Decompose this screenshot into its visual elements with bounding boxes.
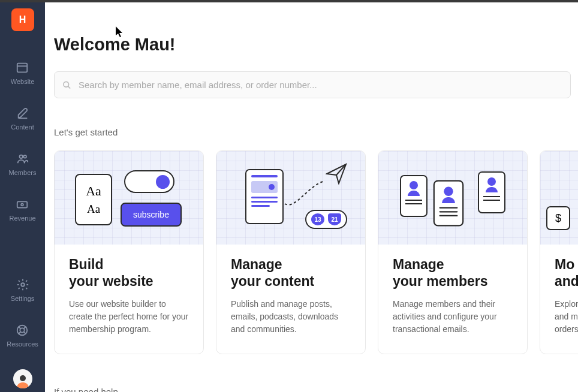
dollar-icon: $	[546, 206, 570, 230]
main-content: Welcome Mau! Let's get started Aa Aa sub…	[45, 2, 578, 392]
card-description: Publish and manage posts, emails, podcas…	[231, 298, 351, 336]
svg-line-10	[19, 327, 21, 329]
card-illustration: $	[540, 151, 578, 245]
onboarding-cards: Aa Aa subscribe Build your website Use o…	[54, 150, 578, 354]
nav-label: Settings	[11, 295, 35, 302]
svg-rect-5	[17, 201, 28, 207]
document-icon	[245, 169, 284, 224]
card-revenue-partial[interactable]: $ Mo and Explor and m orders	[540, 150, 578, 354]
card-manage-content[interactable]: 13 21 Manage your content Publish and ma…	[216, 150, 366, 354]
lifebuoy-icon	[16, 324, 29, 337]
member-card-icon	[478, 171, 505, 213]
get-started-label: Let's get started	[54, 127, 578, 137]
svg-point-3	[19, 155, 23, 159]
nav-members[interactable]: Members	[9, 152, 37, 176]
card-title: Build your website	[69, 257, 189, 290]
money-icon	[16, 198, 29, 211]
search-input[interactable]	[54, 71, 571, 98]
toggle-icon	[124, 170, 174, 193]
svg-point-14	[20, 375, 26, 381]
pencil-icon	[16, 107, 29, 120]
card-title: Manage your members	[393, 257, 513, 290]
svg-line-11	[24, 332, 26, 334]
nav-resources[interactable]: Resources	[7, 324, 38, 348]
typography-icon: Aa Aa	[75, 174, 112, 225]
subscribe-button-graphic: subscribe	[121, 203, 182, 227]
app-logo[interactable]: H	[11, 8, 34, 31]
svg-point-7	[21, 283, 25, 287]
sidebar: H Website Content Members Revenue	[0, 2, 45, 392]
card-description: Use our website builder to create the pe…	[69, 298, 189, 336]
nav-content[interactable]: Content	[11, 107, 34, 131]
nav-label: Revenue	[9, 215, 35, 222]
nav-label: Content	[11, 123, 34, 131]
nav-label: Members	[9, 169, 37, 176]
path-dashes-icon	[284, 180, 326, 210]
page-title: Welcome Mau!	[54, 35, 578, 55]
card-build-website[interactable]: Aa Aa subscribe Build your website Use o…	[54, 150, 204, 354]
gear-icon	[16, 278, 29, 291]
svg-rect-0	[17, 64, 28, 73]
paper-plane-icon	[326, 163, 347, 185]
nav-label: Resources	[7, 340, 38, 348]
card-title: Manage your content	[231, 257, 351, 290]
nav-website[interactable]: Website	[11, 61, 35, 85]
help-label: If you need help	[54, 387, 578, 392]
window-icon	[16, 61, 29, 74]
card-title: Mo and	[555, 257, 578, 290]
card-illustration	[378, 151, 527, 245]
member-card-icon	[400, 175, 428, 217]
svg-line-12	[19, 332, 21, 334]
svg-line-16	[68, 86, 70, 88]
svg-line-13	[24, 327, 26, 329]
people-icon	[16, 152, 29, 165]
nav-settings[interactable]: Settings	[11, 278, 35, 302]
card-description: Explor and m orders	[555, 298, 578, 336]
engagement-bubbles-icon: 13 21	[305, 210, 347, 229]
svg-point-6	[22, 204, 24, 206]
card-manage-members[interactable]: Manage your members Manage members and t…	[378, 150, 528, 354]
search-icon	[62, 80, 71, 89]
card-illustration: 13 21	[216, 151, 365, 245]
search-container	[54, 71, 571, 98]
svg-point-15	[64, 82, 69, 87]
user-avatar[interactable]	[13, 369, 32, 388]
card-illustration: Aa Aa subscribe	[55, 151, 203, 245]
svg-point-4	[23, 155, 26, 158]
member-card-icon	[434, 180, 464, 227]
card-description: Manage members and their activities and …	[393, 298, 513, 336]
avatar-icon	[14, 372, 31, 388]
svg-point-9	[20, 328, 25, 332]
nav-label: Website	[11, 78, 35, 85]
nav-revenue[interactable]: Revenue	[9, 198, 35, 222]
